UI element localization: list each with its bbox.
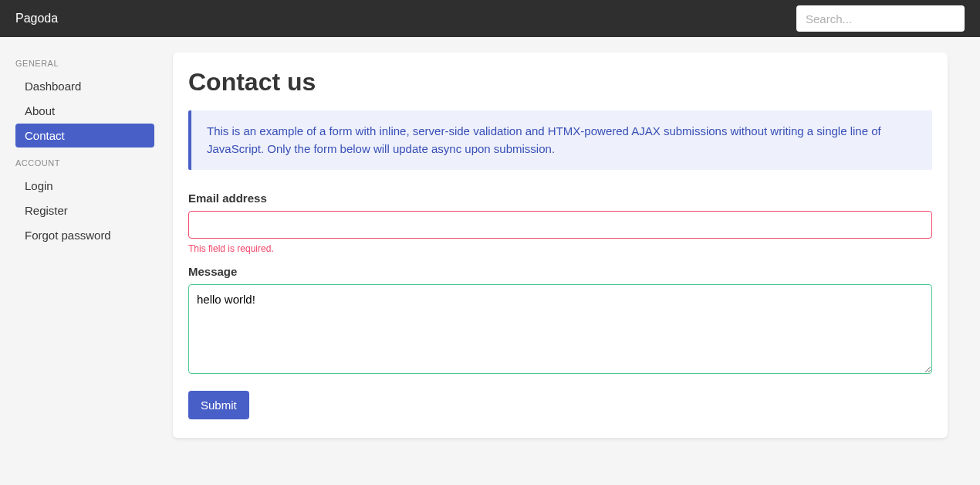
email-field-wrapper: Email address This field is required.	[188, 192, 932, 254]
sidebar-item-about[interactable]: About	[15, 99, 154, 123]
sidebar-item-dashboard[interactable]: Dashboard	[15, 74, 154, 98]
main-content: Contact us This is an example of a form …	[173, 37, 980, 453]
contact-card: Contact us This is an example of a form …	[173, 53, 948, 438]
email-label: Email address	[188, 192, 932, 205]
message-label: Message	[188, 265, 932, 278]
message-textarea[interactable]	[188, 284, 932, 374]
message-field-wrapper: Message	[188, 265, 932, 377]
submit-button[interactable]: Submit	[188, 391, 249, 419]
sidebar: GENERAL Dashboard About Contact ACCOUNT …	[0, 37, 173, 453]
info-box: This is an example of a form with inline…	[188, 110, 932, 170]
page-title: Contact us	[188, 68, 932, 97]
navbar: Pagoda	[0, 0, 980, 37]
navbar-brand[interactable]: Pagoda	[15, 12, 58, 25]
sidebar-item-login[interactable]: Login	[15, 174, 154, 198]
sidebar-item-register[interactable]: Register	[15, 198, 154, 222]
email-input[interactable]	[188, 211, 932, 239]
sidebar-item-forgot-password[interactable]: Forgot password	[15, 223, 154, 247]
sidebar-section-account-label: ACCOUNT	[15, 158, 173, 168]
search-input[interactable]	[796, 5, 965, 32]
email-error: This field is required.	[188, 243, 932, 254]
sidebar-section-general-label: GENERAL	[15, 59, 173, 68]
sidebar-item-contact[interactable]: Contact	[15, 124, 154, 148]
